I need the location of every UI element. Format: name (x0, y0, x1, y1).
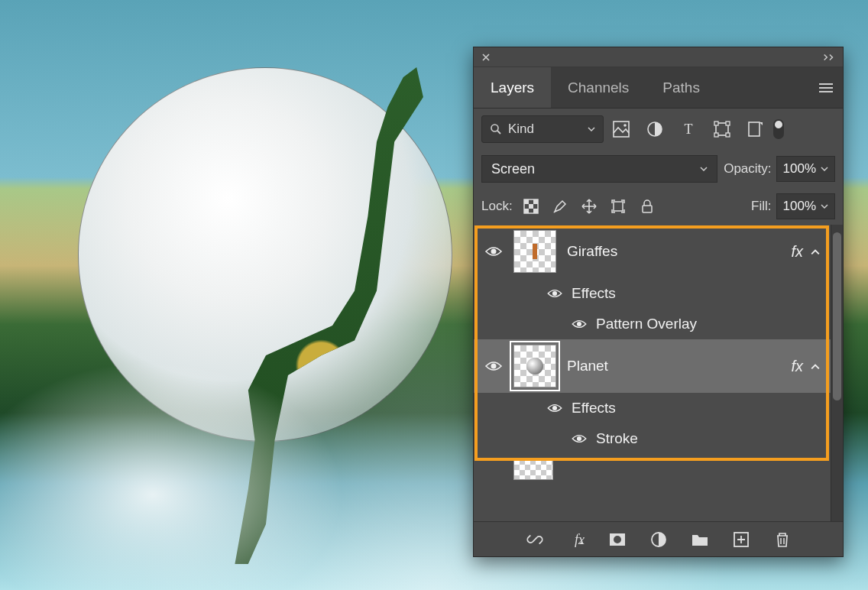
link-layers-icon[interactable] (526, 530, 544, 549)
collapse-right-icon[interactable] (821, 51, 837, 63)
filter-pixel-icon[interactable] (613, 121, 630, 138)
layer-row-giraffes[interactable]: Giraffes fx (474, 225, 843, 278)
layer-mask-icon[interactable] (608, 530, 627, 549)
svg-rect-13 (749, 122, 760, 136)
layer-row-planet[interactable]: Planet fx (474, 339, 843, 393)
blend-mode-dropdown[interactable]: Screen (481, 155, 717, 183)
svg-rect-0 (819, 83, 833, 85)
opacity-label: Opacity: (724, 161, 771, 177)
tab-layers[interactable]: Layers (474, 67, 551, 108)
panel-menu-icon[interactable] (817, 79, 835, 97)
lock-label: Lock: (481, 199, 513, 214)
filter-type-icon[interactable]: T (680, 121, 697, 138)
effects-label: Effects (572, 285, 616, 302)
svg-point-24 (577, 322, 581, 326)
fill-label: Fill: (751, 199, 771, 214)
svg-point-26 (552, 406, 557, 410)
filter-smartobject-icon[interactable] (747, 121, 764, 138)
svg-rect-11 (714, 133, 718, 137)
scrollbar-thumb[interactable] (833, 232, 841, 400)
new-layer-icon[interactable] (732, 530, 750, 549)
svg-point-23 (552, 291, 557, 296)
layer-style-icon[interactable]: fx (567, 530, 585, 549)
filter-shape-icon[interactable] (714, 121, 730, 138)
visibility-toggle-icon[interactable] (572, 433, 587, 444)
svg-rect-10 (726, 122, 730, 125)
effect-row-pattern-overlay[interactable]: Pattern Overlay (474, 309, 843, 339)
kind-filter-dropdown[interactable]: Kind (481, 115, 604, 143)
layer-row-partial[interactable] (474, 454, 843, 485)
visibility-toggle-icon[interactable] (547, 403, 562, 413)
layers-list: Giraffes fx Effects Pattern Overlay (474, 225, 843, 521)
layer-name[interactable]: Giraffes (567, 243, 617, 260)
svg-rect-2 (819, 91, 833, 92)
filter-adjustment-icon[interactable] (646, 121, 663, 138)
effects-label: Effects (572, 400, 616, 417)
svg-point-27 (577, 436, 581, 441)
fill-input[interactable]: 100% (776, 193, 835, 219)
effect-name: Stroke (596, 430, 638, 447)
svg-point-3 (491, 125, 498, 131)
fx-indicator[interactable]: fx (791, 358, 803, 375)
chevron-down-icon (821, 204, 828, 209)
adjustment-layer-icon[interactable] (649, 530, 668, 549)
svg-rect-9 (714, 122, 718, 125)
search-icon (490, 123, 502, 135)
effects-group-row[interactable]: Effects (474, 393, 843, 423)
group-layers-icon[interactable] (691, 530, 709, 549)
svg-point-30 (614, 536, 621, 543)
blend-row: Screen Opacity: 100% (474, 150, 843, 188)
fog-overlay (0, 361, 344, 590)
opacity-input[interactable]: 100% (776, 156, 835, 182)
chevron-down-icon (700, 167, 708, 171)
panel-titlebar[interactable] (474, 47, 843, 67)
layers-panel: Layers Channels Paths Kind (473, 47, 844, 557)
filter-toggle[interactable] (773, 119, 784, 139)
close-icon[interactable] (480, 51, 492, 63)
tab-paths[interactable]: Paths (646, 67, 717, 108)
svg-text:fx: fx (575, 532, 585, 547)
lock-all-icon[interactable] (640, 199, 655, 214)
layer-thumbnail[interactable] (513, 459, 553, 480)
lock-position-icon[interactable] (581, 199, 597, 214)
filter-row: Kind T (474, 109, 843, 150)
lock-artboard-icon[interactable] (611, 199, 626, 214)
tab-label: Layers (491, 79, 534, 96)
layer-name[interactable]: Planet (567, 358, 608, 374)
lock-row: Lock: Fill: 100% (474, 188, 843, 225)
tab-channels[interactable]: Channels (551, 67, 646, 108)
layers-bottom-toolbar: fx (474, 521, 843, 556)
collapse-effects-icon[interactable] (811, 364, 820, 370)
chevron-down-icon (821, 167, 828, 171)
effect-row-stroke[interactable]: Stroke (474, 423, 843, 454)
lock-transparency-icon[interactable] (523, 199, 539, 214)
fx-indicator[interactable]: fx (791, 243, 803, 261)
layers-scrollbar[interactable] (831, 225, 843, 521)
svg-rect-15 (524, 199, 529, 204)
svg-rect-21 (643, 206, 652, 212)
svg-text:T: T (685, 122, 693, 137)
visibility-toggle-icon[interactable] (572, 319, 587, 329)
visibility-toggle-icon[interactable] (485, 245, 502, 258)
svg-rect-17 (529, 204, 533, 209)
svg-rect-12 (726, 133, 730, 137)
tab-label: Channels (568, 79, 629, 96)
svg-point-25 (491, 364, 497, 369)
effect-name: Pattern Overlay (596, 316, 697, 332)
layer-thumbnail[interactable] (513, 345, 556, 387)
svg-rect-16 (533, 199, 538, 204)
fill-value: 100% (783, 199, 816, 214)
visibility-toggle-icon[interactable] (485, 360, 502, 372)
svg-rect-19 (533, 209, 538, 213)
chevron-down-icon (588, 127, 595, 131)
svg-point-22 (491, 249, 497, 254)
delete-layer-icon[interactable] (773, 530, 792, 549)
tab-label: Paths (662, 79, 700, 96)
collapse-effects-icon[interactable] (811, 249, 820, 255)
opacity-value: 100% (783, 161, 816, 177)
kind-filter-label: Kind (508, 122, 534, 137)
lock-pixels-icon[interactable] (552, 199, 568, 214)
effects-group-row[interactable]: Effects (474, 278, 843, 309)
layer-thumbnail[interactable] (513, 230, 556, 273)
visibility-toggle-icon[interactable] (547, 288, 562, 299)
